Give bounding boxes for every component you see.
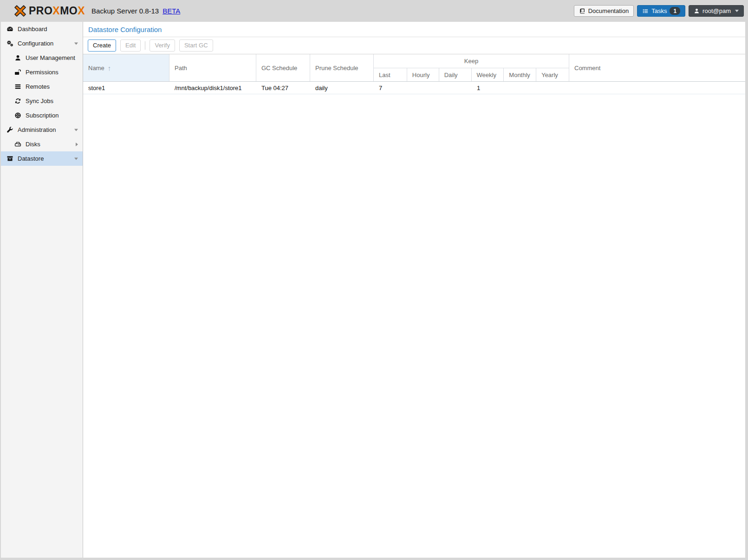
- column-group-keep: Keep Last Hourly Daily Weekly Monthly Ye…: [374, 54, 569, 81]
- main-panel: Datastore Configuration Create Edit Veri…: [83, 22, 745, 558]
- chevron-down-icon[interactable]: [74, 157, 78, 160]
- table-row[interactable]: store1 /mnt/backup/disk1/store1 Tue 04:2…: [83, 82, 745, 94]
- create-button[interactable]: Create: [88, 39, 116, 52]
- beta-link[interactable]: BETA: [163, 7, 180, 15]
- documentation-button[interactable]: Documentation: [574, 5, 634, 17]
- cell-gc-schedule: Tue 04:27: [256, 85, 310, 91]
- datastore-icon: [7, 155, 13, 162]
- page-title: Datastore Configuration: [83, 22, 745, 37]
- cell-keep-last: 7: [374, 85, 407, 91]
- proxmox-logo: PROXMOX: [14, 5, 85, 17]
- sidebar: Dashboard Configuration User Management …: [1, 22, 83, 558]
- cell-path: /mnt/backup/disk1/store1: [169, 85, 256, 91]
- sidebar-item-administration[interactable]: Administration: [1, 123, 83, 137]
- proxmox-x-icon: [14, 5, 26, 17]
- book-icon: [579, 8, 585, 14]
- start-gc-button[interactable]: Start GC: [179, 39, 213, 52]
- list-icon: [642, 8, 649, 14]
- edit-button[interactable]: Edit: [120, 39, 141, 52]
- unlock-icon: [14, 69, 21, 76]
- column-header-comment[interactable]: Comment: [569, 54, 745, 81]
- sidebar-item-sync-jobs[interactable]: Sync Jobs: [1, 94, 83, 108]
- cell-keep-weekly: 1: [472, 85, 504, 91]
- user-icon: [694, 8, 700, 14]
- sort-asc-icon: ↑: [108, 64, 111, 72]
- top-header: PROXMOX Backup Server 0.8-13 BETA Docume…: [0, 0, 748, 22]
- chevron-down-icon[interactable]: [74, 42, 78, 45]
- column-header-path[interactable]: Path: [169, 54, 256, 81]
- toolbar-separator: [145, 41, 145, 50]
- proxmox-wordmark: PROXMOX: [29, 5, 85, 17]
- sidebar-item-datastore[interactable]: Datastore: [1, 151, 83, 166]
- sidebar-item-user-management[interactable]: User Management: [1, 51, 83, 65]
- column-header-keep-hourly[interactable]: Hourly: [407, 68, 439, 81]
- table-header: Name ↑ Path GC Schedule Prune Schedule K…: [83, 54, 745, 82]
- toolbar: Create Edit Verify Start GC: [83, 37, 745, 54]
- column-header-keep-monthly[interactable]: Monthly: [504, 68, 536, 81]
- sync-icon: [14, 98, 21, 104]
- datastore-table: Name ↑ Path GC Schedule Prune Schedule K…: [83, 54, 745, 558]
- wrench-icon: [7, 126, 13, 133]
- sidebar-item-dashboard[interactable]: Dashboard: [1, 22, 83, 36]
- user-icon: [14, 54, 21, 61]
- column-header-name[interactable]: Name ↑: [83, 54, 169, 81]
- column-header-keep-last[interactable]: Last: [374, 68, 407, 81]
- hdd-icon: [14, 141, 21, 148]
- dashboard-icon: [7, 26, 13, 33]
- sidebar-item-configuration[interactable]: Configuration: [1, 36, 83, 51]
- app-version-title: Backup Server 0.8-13: [91, 7, 159, 15]
- sidebar-item-remotes[interactable]: Remotes: [1, 79, 83, 94]
- bars-icon: [14, 83, 21, 90]
- column-header-keep-yearly[interactable]: Yearly: [536, 68, 569, 81]
- tasks-button[interactable]: Tasks 1: [637, 5, 685, 17]
- cell-prune-schedule: daily: [310, 85, 374, 91]
- chevron-down-icon[interactable]: [74, 129, 78, 131]
- sidebar-item-subscription[interactable]: Subscription: [1, 108, 83, 123]
- sidebar-item-permissions[interactable]: Permissions: [1, 65, 83, 79]
- chevron-right-icon[interactable]: [76, 143, 78, 146]
- keep-group-header: Keep: [374, 54, 569, 68]
- column-header-gc-schedule[interactable]: GC Schedule: [256, 54, 310, 81]
- tasks-count-badge: 1: [670, 7, 680, 15]
- chevron-down-icon: [735, 10, 739, 12]
- support-icon: [14, 112, 21, 119]
- cogs-icon: [7, 40, 13, 47]
- sidebar-item-disks[interactable]: Disks: [1, 137, 83, 151]
- cell-name: store1: [83, 85, 169, 91]
- column-header-prune-schedule[interactable]: Prune Schedule: [310, 54, 374, 81]
- column-header-keep-weekly[interactable]: Weekly: [472, 68, 504, 81]
- user-menu-button[interactable]: root@pam: [689, 5, 744, 17]
- column-header-keep-daily[interactable]: Daily: [439, 68, 472, 81]
- verify-button[interactable]: Verify: [150, 39, 175, 52]
